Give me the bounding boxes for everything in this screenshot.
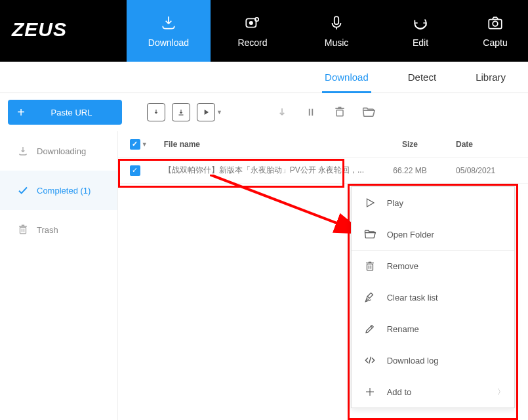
play-icon [363, 196, 376, 209]
checkbox-all-icon: ✓ [130, 139, 140, 150]
header-size[interactable]: Size [364, 140, 456, 149]
topnav-record[interactable]: Record [211, 0, 294, 62]
pause-icon[interactable] [304, 105, 318, 119]
top-nav: Download Record Music Edit Captu [127, 0, 528, 62]
body: Downloading Completed (1) Trash ✓▼ File … [0, 131, 528, 420]
row-date: 05/08/2021 [456, 166, 528, 175]
header-date[interactable]: Date [456, 140, 528, 149]
file-action-icons: ▼ [147, 103, 222, 121]
sidebar-item-trash[interactable]: Trash [0, 210, 117, 249]
sidebar-trash-label: Trash [37, 225, 58, 235]
topbar: ZEUS Download Record Music Edit [0, 0, 528, 62]
music-icon [327, 14, 346, 32]
ctx-clear[interactable]: Clear task list [352, 282, 514, 313]
svg-rect-12 [367, 264, 373, 270]
checkbox-icon: ✓ [130, 165, 140, 176]
ctx-rename[interactable]: Rename [352, 313, 514, 345]
table-header: ✓▼ File name Size Date [118, 131, 528, 158]
chevron-right-icon: 〉 [497, 387, 505, 398]
svg-marker-6 [205, 110, 208, 114]
folder-open-icon[interactable] [361, 105, 376, 119]
ctx-clear-label: Clear task list [387, 293, 438, 303]
chevron-down-icon: ▼ [142, 141, 148, 148]
subtab-library[interactable]: Library [473, 62, 508, 93]
topnav-record-label: Record [237, 37, 267, 48]
header-check[interactable]: ✓▼ [118, 139, 157, 150]
topnav-download[interactable]: Download [127, 0, 211, 62]
paste-url-label: Paste URL [34, 108, 122, 117]
camera-icon [486, 14, 504, 32]
completed-icon [17, 184, 29, 196]
svg-point-5 [493, 21, 498, 26]
ctx-addto[interactable]: Add to 〉 [352, 376, 514, 408]
logo: ZEUS [0, 0, 127, 62]
convert-dropdown[interactable]: ▼ [197, 103, 222, 121]
pencil-icon [363, 322, 376, 335]
context-menu: Play Open Folder Remove Clear task list [351, 186, 515, 408]
topnav-download-label: Download [148, 37, 189, 48]
ctx-remove[interactable]: Remove [352, 250, 514, 282]
svg-rect-7 [336, 110, 343, 116]
down-arrow-icon[interactable] [275, 105, 289, 119]
folder-icon [363, 228, 376, 241]
subtabs: Download Detect Library [0, 62, 528, 93]
row-filename: 【战双帕弥什】新版本「永夜胎动」PV公开 永夜轮回，... [157, 165, 364, 176]
plus-icon: + [8, 105, 34, 120]
sidebar-downloading-label: Downloading [37, 146, 86, 156]
delete-icon[interactable] [333, 105, 347, 119]
row-size: 66.22 MB [364, 166, 456, 175]
topnav-edit-label: Edit [413, 37, 428, 48]
sidebar-item-downloading[interactable]: Downloading [0, 131, 117, 171]
ctx-open-folder-label: Open Folder [387, 230, 434, 240]
paste-url-button[interactable]: + Paste URL [8, 100, 122, 125]
subtab-detect[interactable]: Detect [405, 62, 439, 93]
download-icon [159, 14, 178, 32]
content: ✓▼ File name Size Date ✓ 【战双帕弥什】新版本「永夜胎动… [118, 131, 528, 420]
broom-icon [363, 291, 376, 304]
plus-thin-icon [363, 385, 376, 398]
edit-icon [411, 14, 430, 32]
export-down-icon[interactable] [172, 103, 190, 121]
sidebar-item-completed[interactable]: Completed (1) [0, 171, 117, 210]
topnav-capture[interactable]: Captu [462, 0, 528, 62]
svg-rect-8 [20, 227, 26, 234]
ctx-addto-label: Add to [387, 387, 412, 397]
svg-point-2 [250, 22, 253, 24]
ctx-log-label: Download log [387, 356, 439, 366]
svg-point-1 [255, 18, 258, 21]
table-row[interactable]: ✓ 【战双帕弥什】新版本「永夜胎动」PV公开 永夜轮回，... 66.22 MB… [118, 158, 528, 184]
chevron-down-icon: ▼ [216, 109, 222, 116]
toolbar: + Paste URL ▼ [0, 93, 528, 131]
record-icon [243, 14, 262, 32]
play-box-icon [197, 103, 215, 121]
trash-icon [17, 224, 29, 236]
ctx-rename-label: Rename [387, 324, 419, 334]
sidebar-completed-label: Completed (1) [37, 186, 91, 196]
topnav-music-label: Music [325, 37, 349, 48]
ctx-play[interactable]: Play [352, 187, 514, 219]
sidebar: Downloading Completed (1) Trash [0, 131, 118, 420]
header-filename[interactable]: File name [157, 140, 364, 149]
ctx-play-label: Play [387, 198, 403, 208]
ctx-remove-label: Remove [387, 261, 418, 271]
downloading-icon [17, 145, 29, 157]
import-down-icon[interactable] [147, 103, 165, 121]
ctx-open-folder[interactable]: Open Folder [352, 219, 514, 250]
svg-marker-11 [367, 199, 374, 207]
ctx-log[interactable]: Download log [352, 345, 514, 376]
remove-icon [363, 260, 376, 273]
topnav-edit[interactable]: Edit [378, 0, 462, 62]
subtab-download[interactable]: Download [322, 62, 371, 93]
topnav-capture-label: Captu [483, 37, 507, 48]
code-icon [363, 354, 376, 367]
topnav-music[interactable]: Music [294, 0, 378, 62]
svg-rect-3 [335, 16, 339, 24]
row-check[interactable]: ✓ [118, 165, 157, 176]
playback-icons [275, 105, 376, 119]
